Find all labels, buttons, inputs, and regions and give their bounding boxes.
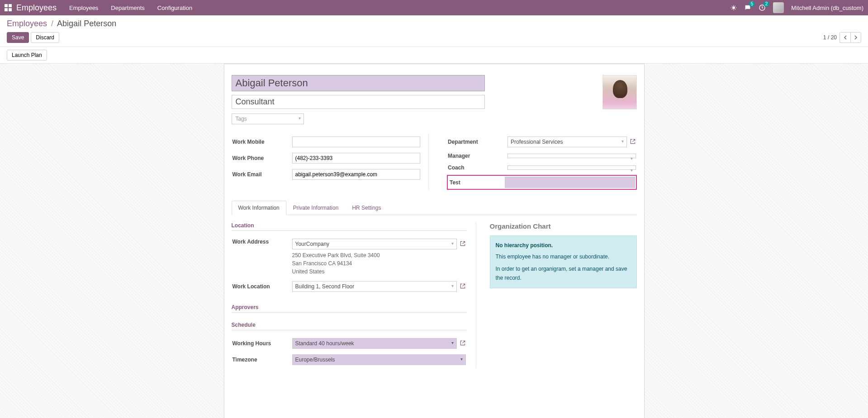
launch-plan-button[interactable]: Launch Plan [7, 50, 47, 61]
timezone-select[interactable]: Europe/Brussels [292, 354, 466, 365]
coach-select[interactable] [508, 165, 636, 170]
tab-private-information[interactable]: Private Information [286, 201, 346, 215]
work-mobile-label: Work Mobile [232, 134, 291, 150]
activities-badge: 2 [764, 1, 770, 7]
apps-icon[interactable] [5, 4, 12, 11]
nav-employees[interactable]: Employees [69, 5, 98, 11]
org-alert-line1: This employee has no manager or subordin… [496, 253, 631, 261]
work-address-select[interactable]: YourCompany [292, 239, 457, 249]
svg-point-0 [732, 6, 735, 9]
work-address-label: Work Address [232, 236, 291, 278]
form-body: Tags Work Mobile Work Phone Work Email [0, 64, 868, 418]
working-hours-external-link-icon[interactable] [460, 340, 466, 348]
manager-label: Manager [448, 150, 507, 161]
department-select[interactable]: Professional Services [508, 136, 627, 147]
user-name[interactable]: Mitchell Admin (db_custom) [791, 5, 863, 11]
breadcrumb: Employees / Abigail Peterson [7, 19, 116, 28]
org-chart-alert: No hierarchy position. This employee has… [490, 235, 637, 288]
work-phone-input[interactable] [292, 153, 421, 164]
work-address-external-link-icon[interactable] [460, 240, 466, 248]
working-hours-select[interactable]: Standard 40 hours/week [292, 338, 457, 349]
messages-icon[interactable]: 5 [744, 4, 751, 11]
messages-badge: 5 [749, 1, 755, 7]
status-bar: Launch Plan [0, 47, 868, 64]
tags-field[interactable]: Tags [232, 113, 304, 124]
address-lines: 250 Executive Park Blvd, Suite 3400 San … [292, 251, 466, 276]
section-approvers: Approvers [232, 304, 467, 313]
nav-departments[interactable]: Departments [111, 5, 144, 11]
work-phone-label: Work Phone [232, 150, 291, 166]
pager-next[interactable] [850, 32, 861, 43]
manager-select[interactable] [508, 154, 636, 158]
control-panel: Employees / Abigail Peterson Save Discar… [0, 15, 868, 47]
top-navbar: Employees Employees Departments Configur… [0, 0, 868, 15]
activities-icon[interactable]: 2 [759, 4, 766, 11]
org-chart-title: Organization Chart [490, 222, 637, 230]
org-alert-title: No hierarchy position. [496, 241, 631, 250]
form-sheet: Tags Work Mobile Work Phone Work Email [224, 64, 645, 418]
working-hours-label: Working Hours [232, 336, 291, 351]
pager-prev[interactable] [840, 32, 850, 43]
section-location: Location [232, 222, 467, 231]
org-alert-line2: In order to get an organigram, set a man… [496, 265, 631, 282]
user-avatar[interactable] [773, 2, 784, 13]
nav-configuration[interactable]: Configuration [157, 5, 192, 11]
tab-hr-settings[interactable]: HR Settings [345, 201, 388, 215]
debug-icon[interactable] [730, 5, 737, 11]
save-button[interactable]: Save [7, 32, 29, 43]
test-field-highlight: Test [447, 175, 637, 190]
department-external-link-icon[interactable] [630, 138, 636, 146]
breadcrumb-current: Abigail Peterson [57, 19, 116, 28]
employee-photo[interactable] [602, 75, 637, 109]
work-location-label: Work Location [232, 279, 291, 294]
test-input[interactable] [505, 177, 635, 188]
department-label: Department [448, 134, 507, 150]
tab-work-information[interactable]: Work Information [232, 201, 286, 215]
coach-label: Coach [448, 162, 507, 173]
test-label: Test [449, 179, 505, 186]
work-location-external-link-icon[interactable] [460, 283, 466, 291]
timezone-label: Timezone [232, 352, 291, 367]
employee-name-input[interactable] [232, 75, 485, 91]
job-title-input[interactable] [232, 95, 485, 109]
discard-button[interactable]: Discard [31, 32, 59, 43]
breadcrumb-root[interactable]: Employees [7, 19, 47, 28]
pager: 1 / 20 [823, 32, 861, 43]
work-location-select[interactable]: Building 1, Second Floor [292, 281, 457, 292]
pager-value[interactable]: 1 / 20 [823, 34, 837, 41]
notebook-tabs: Work Information Private Information HR … [232, 201, 637, 215]
app-title[interactable]: Employees [16, 3, 57, 13]
work-email-input[interactable] [292, 169, 421, 180]
work-email-label: Work Email [232, 167, 291, 182]
work-mobile-input[interactable] [292, 136, 421, 147]
section-schedule: Schedule [232, 322, 467, 330]
